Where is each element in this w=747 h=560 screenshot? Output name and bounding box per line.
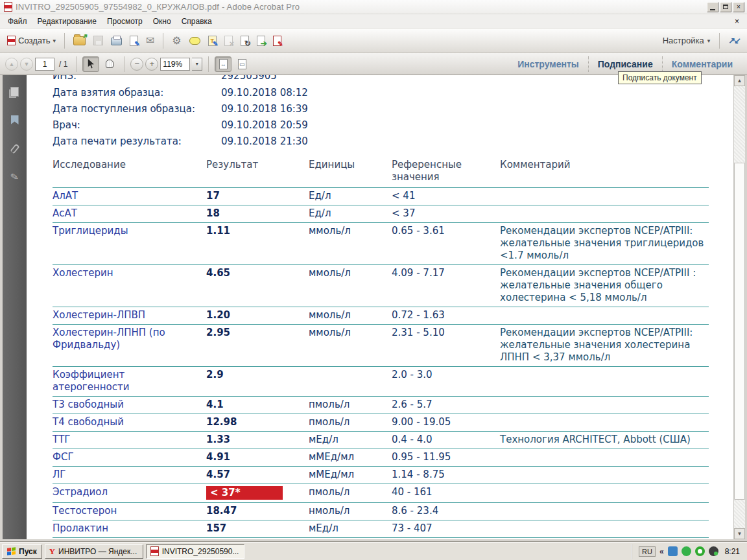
test-name: ТТГ (53, 434, 206, 446)
edit-form-button[interactable]: ✎ (270, 34, 285, 48)
tab-comments[interactable]: Комментарии (662, 56, 742, 72)
test-result: 4.65 (206, 267, 309, 304)
test-units: пмоль/л (309, 416, 392, 428)
taskbar-task-button[interactable]: Y ИНВИТРО — Яндек... (45, 544, 143, 559)
scroll-down-button[interactable]: ▼ (734, 528, 745, 539)
ocr-button[interactable]: ↻ (237, 34, 252, 48)
scrollbar-track[interactable] (734, 86, 745, 528)
test-name: Пролактин (53, 522, 206, 535)
navigation-pane: ✎ (3, 75, 27, 539)
tray-icon-green[interactable] (682, 546, 691, 556)
language-indicator[interactable]: RU (639, 546, 656, 557)
menu-item[interactable]: Справка (176, 15, 217, 28)
ocr-page-icon: ↻ (241, 36, 249, 46)
minimize-icon (710, 9, 715, 10)
previous-page-button[interactable]: ▲ (5, 58, 18, 71)
tray-icon-blue[interactable] (668, 546, 678, 556)
reading-mode-button[interactable]: ↗↙ (725, 34, 743, 47)
test-units: ммоль/л (309, 327, 392, 364)
table-row: АлАТ 17 Ед/л < 41 (53, 188, 709, 205)
close-icon: × (737, 4, 741, 10)
fit-page-button[interactable] (233, 56, 250, 72)
tray-icon-ring[interactable] (695, 546, 705, 556)
tray-collapse-icon[interactable]: « (659, 547, 664, 556)
sign-document-button[interactable]: ✎ (126, 34, 141, 48)
menu-item[interactable]: Файл (3, 15, 32, 28)
attachments-button[interactable] (6, 140, 23, 157)
scroll-up-button[interactable]: ▲ (734, 75, 745, 86)
test-comment (500, 505, 709, 517)
table-row: ЛГ 4.57 мМЕд/мл 1.14 - 8.75 (53, 467, 709, 484)
delete-pages-button[interactable]: ✕ (221, 34, 236, 48)
add-comment-button[interactable] (186, 35, 204, 47)
hand-tool-button[interactable] (101, 56, 118, 72)
page-thumbnails-button[interactable] (6, 83, 23, 100)
menu-item[interactable]: Окно (148, 15, 176, 28)
settings-gear-button[interactable]: ⚙ (169, 34, 184, 48)
window-title: INVITRO_292505905_97554982_0_КРУЖАЛОВ.pd… (16, 2, 300, 12)
info-value: 09.10.2018 20:59 (221, 119, 709, 131)
menu-item[interactable]: Просмотр (102, 15, 148, 28)
close-document-icon[interactable]: × (729, 17, 744, 26)
task-buttons: Y ИНВИТРО — Яндек... INVITRO_29250590... (45, 544, 244, 559)
taskbar-task-button[interactable]: INVITRO_29250590... (146, 544, 244, 559)
test-units: пмоль/л (309, 399, 392, 411)
reference-range: < 41 (392, 190, 500, 202)
signatures-button[interactable]: ✎ (6, 169, 23, 185)
start-button[interactable]: Пуск (2, 544, 42, 559)
next-page-button[interactable]: ▼ (20, 58, 33, 71)
zoom-out-button[interactable]: − (130, 58, 143, 71)
bookmarks-button[interactable] (6, 111, 23, 128)
arrow-up-icon: ▲ (9, 61, 15, 67)
test-comment (500, 486, 709, 500)
tab-tools[interactable]: Инструменты (508, 56, 588, 72)
export-button[interactable]: ➔ (254, 34, 268, 48)
hand-tool-icon (106, 60, 113, 68)
email-button[interactable]: ✉ (143, 34, 158, 48)
fit-width-button[interactable] (215, 56, 231, 72)
zoom-level-input[interactable] (160, 58, 190, 71)
zoom-dropdown-button[interactable]: ▾ (192, 58, 202, 71)
test-result: 18 (206, 207, 309, 220)
scrollbar-thumb[interactable] (734, 163, 745, 500)
test-units (309, 369, 392, 393)
open-file-button[interactable] (70, 34, 89, 47)
title-bar: INVITRO_292505905_97554982_0_КРУЖАЛОВ.pd… (0, 0, 747, 14)
save-icon (93, 36, 103, 45)
create-pdf-icon (7, 36, 16, 45)
info-label: Дата печати результата: (53, 135, 221, 147)
signature-icon: ✎ (10, 170, 20, 183)
toolbar-separator (719, 33, 720, 49)
reference-range: 9.00 - 19.05 (392, 416, 500, 428)
customize-toolbar-button[interactable]: Настройка ▾ (659, 34, 715, 47)
test-comment: Рекомендации экспертов NCEP/ATPIII: жела… (500, 327, 709, 364)
menu-bar: Файл Редактирование Просмотр Окно Справк… (0, 14, 747, 29)
tray-icon-dark[interactable] (709, 546, 718, 556)
menu-item[interactable]: Редактирование (32, 15, 102, 28)
toolbar-separator (76, 56, 77, 72)
page-number-input[interactable] (35, 58, 54, 71)
test-name: Т4 свободный (53, 416, 206, 428)
print-button[interactable] (108, 34, 125, 47)
zoom-in-button[interactable]: + (145, 58, 158, 71)
add-text-button[interactable]: T✎ (205, 34, 220, 48)
close-button[interactable]: × (733, 2, 744, 12)
reference-range: 8.6 - 23.4 (392, 505, 500, 517)
test-comment: Рекомендации экспертов NCEP/ATPIII: жела… (500, 225, 709, 262)
test-units: Ед/л (309, 207, 392, 220)
test-name: ФСГ (53, 451, 206, 463)
save-button[interactable] (90, 34, 106, 47)
vertical-scrollbar[interactable]: ▲ ▼ (733, 75, 745, 539)
minimize-button[interactable] (707, 2, 718, 12)
table-row: Холестерин 4.65 ммоль/л 4.09 - 7.17 Реко… (53, 265, 709, 307)
table-row: ФСГ 4.91 мМЕд/мл 0.95 - 11.95 (53, 449, 709, 467)
restore-button[interactable] (720, 2, 731, 12)
test-result: 2.95 (206, 327, 309, 364)
test-result: 4.91 (206, 451, 309, 463)
test-name: Эстрадиол (53, 486, 206, 500)
create-pdf-button[interactable]: Создать ▾ (4, 34, 59, 47)
select-tool-button[interactable] (82, 56, 99, 72)
fit-width-icon (219, 59, 228, 69)
tab-sign[interactable]: Подписание (588, 56, 662, 72)
plus-icon: + (150, 59, 155, 69)
